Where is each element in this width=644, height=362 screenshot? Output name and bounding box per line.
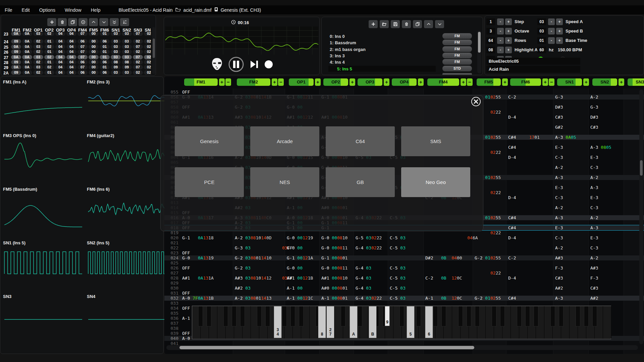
channel-header-fm4[interactable]: FM4 [427,78,459,86]
pattern-cell-sn2[interactable]: E-3 [590,195,598,200]
pattern-cell-sn1[interactable]: F-3 [555,265,563,270]
order-cell[interactable]: 04 [66,32,76,36]
pattern-row[interactable]: 030A#2 03A-1 00A#0 000801G-4 03C-5 03A#2… [164,286,644,291]
order-cell[interactable]: 02 [144,32,151,36]
order-cell[interactable]: 03 [111,32,121,36]
channel-expand-button[interactable]: + [350,78,355,86]
pattern-cell-sn2[interactable]: A-2 [590,95,598,100]
pattern-cell-fm1[interactable]: A-0 7F0A131B [182,296,214,301]
channel-expand-button[interactable]: + [542,78,548,86]
pattern-cell-sn2[interactable]: C#3 [590,125,598,130]
pattern-cell-sn2[interactable]: C-3 [590,165,598,170]
order-cell[interactable]: 0A [11,55,21,59]
pattern-cell-op2[interactable]: A#1 000810 [321,276,347,281]
order-cell[interactable]: 02 [44,32,54,36]
order-cell[interactable]: 02 [133,39,143,44]
pattern-cell-op2[interactable]: A-1 000801 [321,296,347,301]
setting-value-step[interactable]: 1 [486,18,495,25]
system-preset-button-neo-geo[interactable]: Neo Geo [401,167,470,197]
pattern-cell-op2[interactable]: G-0 000810 [321,235,347,240]
order-cell[interactable]: 08 [111,60,121,64]
pattern-cell-sn1[interactable]: A-2 [555,205,563,210]
channel-expand-button[interactable]: + [384,78,389,86]
pattern-cell-fm1[interactable]: OFF [182,250,190,255]
pattern-cell-sn1[interactable]: C#3 [555,276,563,281]
piano-black-key[interactable] [550,306,555,326]
order-cell[interactable]: 0A [22,39,32,44]
order-cell[interactable]: 02 [133,60,143,64]
setting-value-hz[interactable]: 60 [537,47,546,53]
decrease-button[interactable]: - [497,28,504,35]
order-cell[interactable]: 02 [33,50,43,54]
pattern-cell-op3[interactable]: G-4 030222 [356,245,382,250]
pattern-cell-sn2[interactable]: D#3 [590,115,598,120]
piano-black-key[interactable] [433,306,438,326]
channel-header-op2[interactable]: OP2 [323,78,348,86]
pattern-cell-sn1[interactable]: C#3 [555,115,563,120]
channel-expand-button[interactable]: + [272,78,277,86]
order-cell[interactable]: 03 [122,39,132,44]
pattern-cell-sn1[interactable]: A#2 [555,286,563,291]
pattern-row[interactable]: 023OFF [164,250,644,255]
channel-header-fm2[interactable]: FM2 [237,78,270,86]
increase-button[interactable]: + [505,18,512,25]
pattern-cell-op4[interactable]: C-5 03 [390,265,406,270]
pattern-cell-fm2[interactable]: A#2 03 [235,286,251,291]
pattern-cell-sn1[interactable]: E-3 [555,225,563,230]
pattern-cell-op1[interactable]: G-0 00 [287,265,303,270]
instrument-item[interactable]: 4: Ins 4 [330,60,345,65]
increase-button[interactable]: + [556,18,563,25]
pattern-cell-op3[interactable]: G-4 03 [356,276,371,281]
piano-pressed-key[interactable]: 5 [407,306,415,338]
pattern-cell-sn2[interactable]: G-3 [590,105,598,110]
order-cell[interactable]: 00 [89,60,99,64]
pattern-cell-sn1[interactable]: G-3 [555,95,563,100]
pattern-cell-sn2[interactable]: A#2 [590,296,598,301]
pattern-cell-fm6[interactable]: C-2 [508,255,516,260]
order-cell[interactable]: 04 [66,39,76,44]
setting-value-octave[interactable]: 3 [486,28,495,35]
channel-collapse-button[interactable]: − [549,78,554,86]
order-cell[interactable]: 04 [55,45,65,49]
order-cell[interactable]: 02 [144,45,151,49]
channel-expand-button[interactable]: + [315,78,321,86]
pattern-cell-op1[interactable]: G-1 00121A [287,255,313,260]
order-cell[interactable]: 09 [111,65,121,69]
pattern-row[interactable]: 032A-0 7F0A131BA-2 0308011413A-1 00121CA… [164,296,644,301]
song-name-input[interactable]: Acid Rain [486,66,580,73]
pattern-cell-sn2[interactable]: A-3 [590,185,598,190]
piano-pressed-key[interactable]: 6 [425,306,433,338]
pattern-row[interactable]: 022G-3 03 03FFG-0 00G-0 000811G-4 030222… [164,245,644,250]
piano-pressed-key[interactable]: 34 [274,306,282,338]
pattern-cell-fm1[interactable]: A#1 0A131A [182,276,214,281]
order-cell[interactable]: 0A [11,65,21,69]
order-cell[interactable]: 02 [133,50,143,54]
order-cell[interactable]: 04 [55,60,65,64]
order-cell[interactable]: 07 [133,45,143,49]
order-cell[interactable]: 07 [133,55,143,59]
pattern-cell-sn1[interactable]: A-2 [555,165,563,170]
move-instrument-down-button[interactable] [435,20,444,28]
pattern-cell-sn2[interactable]: A#3 [590,265,598,270]
pattern-cell-fm5[interactable]: G-2 010255 [475,296,501,301]
piano-pressed-key[interactable]: 27 [326,306,334,338]
pattern-cell-fm4[interactable]: 046A [425,235,478,240]
order-cell[interactable]: 08 [122,60,132,64]
setting-value-highlight-a[interactable]: 08 [486,47,495,53]
order-cell[interactable]: 06 [77,60,88,64]
order-cell[interactable]: 06 [100,70,110,75]
piano-pressed-key[interactable]: A [350,306,358,338]
order-cell[interactable]: 0A [11,45,21,49]
system-preset-button-sms[interactable]: SMS [401,126,470,156]
channel-header-op4[interactable]: OP4 [392,78,417,86]
record-button[interactable] [264,60,273,70]
pattern-cell-sn2[interactable]: A-2 [590,175,598,180]
pattern-cell-op1[interactable]: G-0 00 [287,245,303,250]
channel-collapse-button[interactable]: − [225,78,231,86]
order-cell[interactable]: 02 [33,70,43,75]
order-cell[interactable]: 01 [100,55,110,59]
pattern-cell-fm1[interactable]: G-0 0A1319 [182,255,214,260]
order-cell[interactable]: 00 [89,32,99,36]
orders-scrollbar-thumb[interactable] [153,39,155,58]
order-cell[interactable]: 04 [55,50,65,54]
